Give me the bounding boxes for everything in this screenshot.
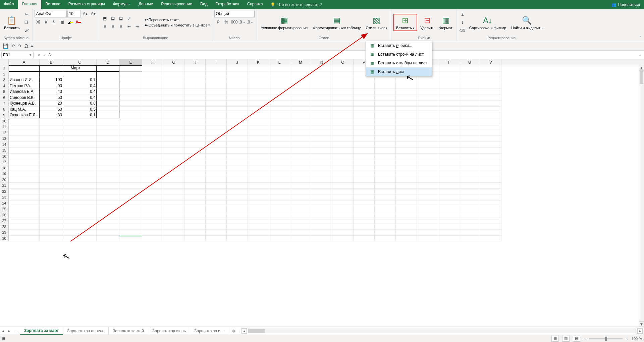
cell[interactable] [97, 107, 119, 113]
cell[interactable] [459, 136, 480, 142]
cell[interactable] [248, 77, 269, 83]
cell[interactable] [184, 224, 206, 230]
cell[interactable] [184, 83, 206, 89]
cell[interactable] [184, 165, 206, 171]
cell[interactable] [163, 130, 184, 136]
cell[interactable] [97, 189, 119, 195]
cell[interactable] [354, 159, 375, 165]
cell[interactable] [354, 201, 375, 207]
cell[interactable] [332, 142, 354, 148]
cell[interactable] [269, 89, 290, 95]
zoom-slider[interactable] [589, 338, 623, 339]
cell[interactable] [480, 118, 501, 124]
cell[interactable] [227, 124, 248, 130]
cell[interactable] [248, 142, 269, 148]
cell[interactable] [119, 142, 142, 148]
cell[interactable] [375, 83, 396, 89]
cell[interactable] [417, 189, 438, 195]
cell[interactable] [119, 154, 142, 160]
cell[interactable] [290, 171, 311, 177]
cell[interactable] [227, 107, 248, 113]
cell[interactable] [332, 224, 354, 230]
cell[interactable] [269, 95, 290, 101]
cell[interactable] [354, 224, 375, 230]
format-as-table-button[interactable]: ▤ Форматировать как таблицу [311, 14, 363, 31]
cell[interactable] [269, 101, 290, 107]
cell[interactable] [248, 218, 269, 224]
cell[interactable] [375, 107, 396, 113]
cell[interactable] [438, 224, 459, 230]
cell[interactable] [63, 194, 97, 201]
cell[interactable] [97, 112, 119, 118]
cell[interactable] [184, 142, 206, 148]
cell[interactable] [163, 95, 184, 101]
cell[interactable] [269, 236, 290, 242]
enter-formula-button[interactable]: ✓ [43, 53, 46, 57]
cell[interactable] [354, 236, 375, 242]
spreadsheet-grid[interactable]: ABCDEFGHIJKLMNOPQRSTUV 123Иванов И.И.100… [0, 59, 644, 327]
cell[interactable] [119, 236, 142, 242]
cell[interactable] [119, 71, 142, 77]
cell[interactable] [206, 236, 227, 242]
cell[interactable] [163, 159, 184, 165]
underline-button[interactable]: Ч [51, 18, 58, 26]
cell[interactable] [248, 136, 269, 142]
cell[interactable] [290, 148, 311, 154]
cell[interactable] [163, 77, 184, 83]
cell[interactable] [97, 148, 119, 154]
cell[interactable] [311, 230, 332, 236]
cell[interactable] [206, 124, 227, 130]
cell[interactable] [119, 206, 142, 212]
cell[interactable]: 60 [40, 107, 63, 113]
cell[interactable] [227, 201, 248, 207]
cell[interactable] [9, 130, 40, 136]
cell[interactable] [227, 148, 248, 154]
cell[interactable] [227, 224, 248, 230]
sheet-tab[interactable]: Зарплата за март [20, 327, 63, 335]
cell[interactable] [184, 230, 206, 236]
cell[interactable] [269, 165, 290, 171]
orientation-button[interactable]: ⤢ [125, 15, 133, 22]
cell[interactable] [206, 212, 227, 218]
column-header[interactable]: V [480, 59, 501, 65]
cell[interactable] [290, 124, 311, 130]
name-box[interactable]: E31 ▼ [1, 52, 34, 58]
cell[interactable] [438, 194, 459, 201]
cell[interactable] [290, 201, 311, 207]
row-header[interactable]: 28 [0, 224, 9, 230]
cell[interactable] [480, 201, 501, 207]
cell[interactable] [332, 177, 354, 183]
cell[interactable] [417, 236, 438, 242]
decrease-decimal-button[interactable]: .0← [247, 18, 254, 26]
merged-title-cell[interactable]: Март [9, 65, 142, 71]
cell[interactable] [97, 95, 119, 101]
fx-button[interactable]: fx [48, 53, 51, 57]
cell[interactable] [396, 136, 417, 142]
cell[interactable] [142, 154, 163, 160]
cell[interactable] [332, 194, 354, 201]
cell[interactable] [184, 112, 206, 118]
cell[interactable] [97, 171, 119, 177]
cell[interactable] [438, 165, 459, 171]
cell[interactable] [332, 159, 354, 165]
cell[interactable] [417, 177, 438, 183]
insert-cells-button[interactable]: ⊞ Вставить ▾ [393, 14, 417, 32]
cell[interactable] [438, 189, 459, 195]
cell[interactable] [375, 159, 396, 165]
row-header[interactable]: 21 [0, 183, 9, 189]
zoom-out-button[interactable]: − [584, 337, 586, 341]
cell[interactable]: Иванова Е.А. [9, 89, 40, 95]
decrease-font-button[interactable]: A▾ [90, 10, 97, 17]
cell[interactable] [480, 224, 501, 230]
cell[interactable] [142, 224, 163, 230]
cell[interactable] [119, 201, 142, 207]
cell[interactable] [9, 224, 40, 230]
cell[interactable] [290, 89, 311, 95]
cell[interactable] [311, 95, 332, 101]
cell[interactable] [97, 101, 119, 107]
bold-button[interactable]: Ж [35, 18, 42, 26]
column-header[interactable]: M [290, 59, 311, 65]
dropdown-item[interactable]: ▦Вставить лист [366, 67, 432, 76]
cell[interactable] [375, 183, 396, 189]
cell[interactable] [459, 194, 480, 201]
